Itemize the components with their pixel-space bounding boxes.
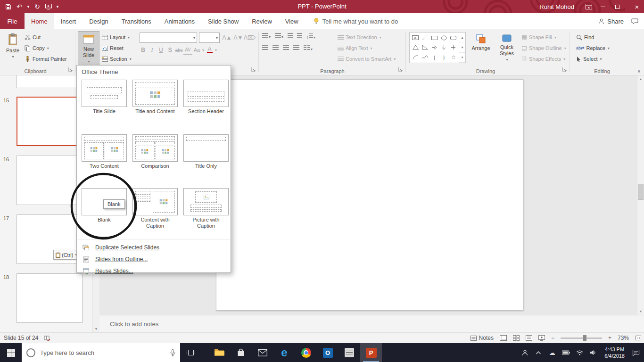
people-icon[interactable] [520,343,530,362]
layout-title-only[interactable]: Title Only [183,134,229,169]
menu-item-duplicate-selected-slides[interactable]: Duplicate Selected Slides [77,242,231,253]
close-button[interactable]: × [630,0,644,13]
slide-thumbnail-18[interactable] [17,273,83,323]
undo-icon[interactable]: ↶ [14,0,25,13]
shapes-scroll-down-icon[interactable]: ▼ [459,42,465,52]
onedrive-cloud-icon[interactable]: ☁ [547,343,557,362]
shape-outline-button[interactable]: Shape Outline ▾ [521,43,566,53]
tell-me-box[interactable]: Tell me what you want to do [314,13,398,29]
signed-in-user[interactable]: Rohit Mohod [539,3,574,10]
app-icon-powerpoint[interactable]: P [360,343,382,362]
numbering-icon[interactable]: ▾ [275,33,283,40]
arrange-button[interactable]: Arrange [469,31,493,70]
start-from-beginning-icon[interactable] [43,0,54,13]
canvas-scrollbar-thumb[interactable] [638,184,644,200]
clipboard-dialog-launcher-icon[interactable] [68,67,74,73]
format-painter-button[interactable]: Format Painter [25,54,67,64]
tab-home[interactable]: Home [25,13,54,29]
layout-picture-with-caption[interactable]: Picture with Caption [183,188,229,229]
tab-design[interactable]: Design [83,13,115,29]
canvas-scroll-down-icon[interactable]: ▼ [637,308,644,315]
bullets-icon[interactable]: ▾ [262,33,271,40]
undo-dropdown-arrow-icon[interactable]: ▾ [25,0,32,13]
tab-insert[interactable]: Insert [54,13,83,29]
font-size-combobox[interactable]: ▾ [199,33,220,43]
clear-formatting-button[interactable]: A⌦ [245,33,254,42]
layout-title-and-content[interactable]: Title and Content [132,80,178,115]
customize-qat-icon[interactable]: ▾ [54,0,61,13]
paragraph-dialog-launcher-icon[interactable] [398,67,404,73]
shape-fill-button[interactable]: Shape Fill ▾ [521,32,556,42]
shapes-more-icon[interactable]: ▾ [459,53,465,63]
save-icon[interactable] [2,0,14,13]
shape-oval-icon[interactable] [439,33,449,43]
shape-rounded-rectangle-icon[interactable] [449,33,458,43]
shape-right-triangle-icon[interactable] [420,43,429,53]
layout-content-with-caption[interactable]: Content with Caption [132,188,178,229]
share-button[interactable]: Share [598,18,624,25]
zoom-slider[interactable] [561,337,602,339]
app-icon-mail[interactable] [252,343,273,362]
redo-icon[interactable]: ↻ [32,0,43,13]
tab-file[interactable]: File [0,13,25,29]
slide-editing-surface[interactable] [216,79,523,311]
action-center-icon[interactable] [631,343,641,362]
strikethrough-button[interactable]: abc [174,45,183,55]
text-shadow-button[interactable]: S [165,45,174,55]
find-button[interactable]: Find [576,32,594,42]
view-normal-icon[interactable] [500,333,507,343]
layout-section-header[interactable]: Section Header [183,80,229,115]
decrease-font-size-button[interactable]: A▼ [234,33,243,42]
app-icon-outlook[interactable]: O [317,343,339,362]
microphone-icon[interactable] [170,349,175,356]
task-view-button[interactable] [180,343,202,362]
menu-item-slides-from-outline[interactable]: Slides from Outline... [77,254,231,265]
taskbar-clock[interactable]: 4:43 PM 6/4/2018 [602,346,627,359]
align-center-icon[interactable] [272,45,279,52]
tab-view[interactable]: View [279,13,305,29]
notes-placeholder[interactable]: Click to add notes [110,321,158,328]
slide-thumbnail-partial[interactable] [17,75,83,88]
tab-review[interactable]: Review [245,13,279,29]
change-case-button[interactable]: Aa [192,45,201,55]
layout-button[interactable]: Layout ▾ [102,32,130,42]
minimize-button[interactable] [596,0,610,13]
character-spacing-button[interactable]: AV [183,45,192,55]
italic-button[interactable]: I [148,45,157,55]
zoom-out-button[interactable]: − [551,333,554,343]
shape-rectangle-icon[interactable] [429,33,439,43]
shape-triangle-icon[interactable] [411,43,420,53]
paste-button[interactable]: Paste ▾ [3,31,23,69]
menu-item-reuse-slides[interactable]: Reuse Slides... [77,265,231,277]
replace-button[interactable]: ab⇄ Replace ▾ [576,43,610,53]
bold-button[interactable]: B [139,45,148,55]
network-wifi-icon[interactable] [574,343,585,362]
font-dialog-launcher-icon[interactable] [251,67,256,73]
line-spacing-icon[interactable]: ↕▾ [306,33,315,40]
decrease-indent-icon[interactable] [288,33,293,40]
shape-arrow-down-icon[interactable] [439,43,449,53]
shape-right-brace-icon[interactable]: } [439,52,449,62]
shape-left-brace-icon[interactable]: { [429,52,439,62]
comments-icon[interactable] [631,18,638,25]
convert-smartart-button[interactable]: Convert to SmartArt ▾ [338,54,396,64]
zoom-in-button[interactable]: + [608,333,611,343]
app-icon-notepad[interactable] [339,343,360,362]
quick-styles-button[interactable]: Quick Styles ▾ [494,31,520,70]
collapse-ribbon-icon[interactable]: ∧ [637,68,641,74]
taskbar-search-box[interactable] [22,343,180,362]
taskbar-search-input[interactable] [40,349,165,356]
align-right-icon[interactable] [283,45,289,52]
app-icon-edge[interactable]: e [273,343,295,362]
copy-button[interactable]: Copy ▾ [25,43,49,53]
align-text-button[interactable]: Align Text ▾ [338,43,372,53]
shape-star-icon[interactable]: ☆ [449,52,458,62]
zoom-slider-thumb[interactable] [583,335,586,341]
drawing-dialog-launcher-icon[interactable] [562,67,568,73]
volume-icon[interactable] [588,343,598,362]
fit-slide-to-window-icon[interactable] [635,333,642,343]
shape-arc-icon[interactable] [411,52,420,62]
reset-button[interactable]: Reset [102,43,124,53]
slide-number-indicator[interactable]: Slide 15 of 24 [4,335,38,341]
shape-effects-button[interactable]: Shape Effects ▾ [521,54,565,64]
